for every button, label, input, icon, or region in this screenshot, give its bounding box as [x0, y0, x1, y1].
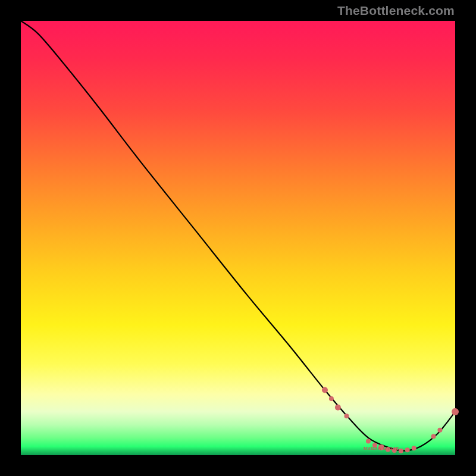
data-marker: [322, 387, 328, 393]
data-marker: [329, 396, 334, 401]
chart-stage: TheBottleneck.com NVIDIA GT240: [0, 0, 476, 476]
data-marker: [437, 428, 442, 433]
data-marker: [399, 449, 403, 453]
data-marker: [345, 414, 349, 418]
data-marker: [452, 408, 459, 415]
watermark-text: TheBottleneck.com: [337, 4, 455, 18]
data-marker: [335, 405, 341, 411]
data-marker: [405, 447, 410, 452]
gpu-micro-label: NVIDIA GT240: [364, 446, 399, 451]
data-marker: [412, 446, 416, 450]
data-marker: [366, 439, 371, 444]
plot-area: NVIDIA GT240: [21, 21, 455, 455]
marker-group: [322, 387, 459, 453]
data-marker: [431, 434, 436, 439]
curve-svg: [21, 21, 455, 455]
bottleneck-curve: [21, 21, 455, 451]
